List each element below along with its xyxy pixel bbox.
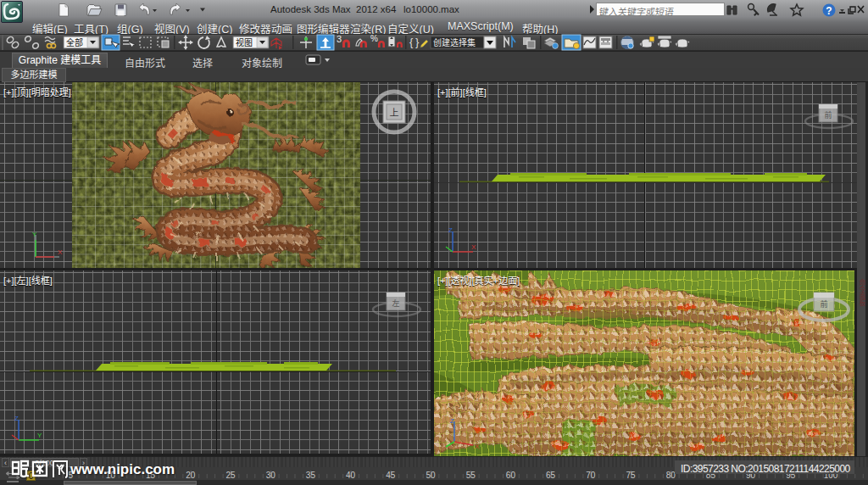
svg-text:前: 前 [824, 110, 832, 120]
svg-text:{ }: { } [409, 36, 420, 48]
svg-text:Z: Z [14, 415, 19, 422]
svg-text:3: 3 [337, 34, 342, 44]
svg-text:Z: Z [448, 226, 453, 234]
svg-text:%: % [370, 34, 378, 43]
svg-text:X: X [471, 243, 476, 251]
svg-text:上: 上 [390, 108, 399, 118]
svg-text:前: 前 [820, 299, 827, 309]
svg-text:左: 左 [392, 298, 399, 308]
svg-text:?: ? [826, 5, 832, 17]
svg-text:全部: 全部 [66, 37, 83, 47]
svg-text:X: X [475, 443, 480, 450]
svg-text:创建选择集: 创建选择集 [433, 37, 476, 47]
svg-text:Y: Y [37, 432, 42, 439]
svg-text:X: X [58, 248, 63, 256]
svg-text:视图: 视图 [236, 37, 253, 47]
svg-text:Z: Z [450, 417, 454, 425]
svg-text:Y: Y [32, 231, 37, 238]
